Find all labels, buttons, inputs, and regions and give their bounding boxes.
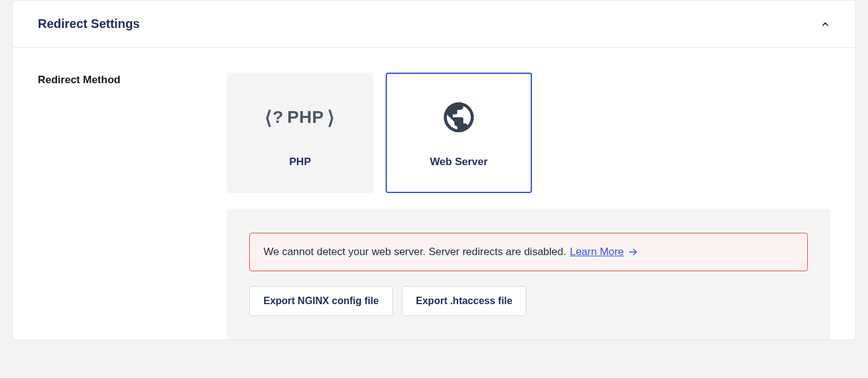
- field-label: Redirect Method: [38, 73, 227, 86]
- panel-header[interactable]: Redirect Settings: [13, 1, 855, 48]
- option-cards-row: ⟨?PHP⟩ PHP Web Server: [227, 73, 830, 193]
- content-column: ⟨?PHP⟩ PHP Web Server We canno: [227, 73, 830, 340]
- export-htaccess-button[interactable]: Export .htaccess file: [402, 286, 527, 316]
- panel-title: Redirect Settings: [38, 17, 140, 31]
- learn-more-text: Learn More: [570, 246, 624, 258]
- export-nginx-button[interactable]: Export NGINX config file: [249, 286, 393, 316]
- error-alert: We cannot detect your web server. Server…: [249, 233, 808, 271]
- chevron-up-icon: [820, 19, 830, 29]
- globe-icon: [441, 97, 477, 137]
- learn-more-link[interactable]: Learn More: [570, 246, 639, 258]
- panel-body: Redirect Method ⟨?PHP⟩ PHP: [13, 48, 855, 340]
- label-column: Redirect Method: [38, 73, 227, 340]
- option-card-php[interactable]: ⟨?PHP⟩ PHP: [227, 73, 373, 193]
- option-card-webserver[interactable]: Web Server: [386, 73, 532, 193]
- webserver-details-section: We cannot detect your web server. Server…: [227, 209, 830, 340]
- export-buttons-row: Export NGINX config file Export .htacces…: [249, 286, 808, 316]
- option-label-webserver: Web Server: [430, 156, 487, 168]
- settings-panel: Redirect Settings Redirect Method ⟨?PHP⟩…: [12, 0, 856, 340]
- arrow-right-icon: [627, 246, 639, 258]
- php-icon: ⟨?PHP⟩: [265, 97, 335, 137]
- alert-text: We cannot detect your web server. Server…: [264, 246, 566, 258]
- option-label-php: PHP: [290, 156, 311, 168]
